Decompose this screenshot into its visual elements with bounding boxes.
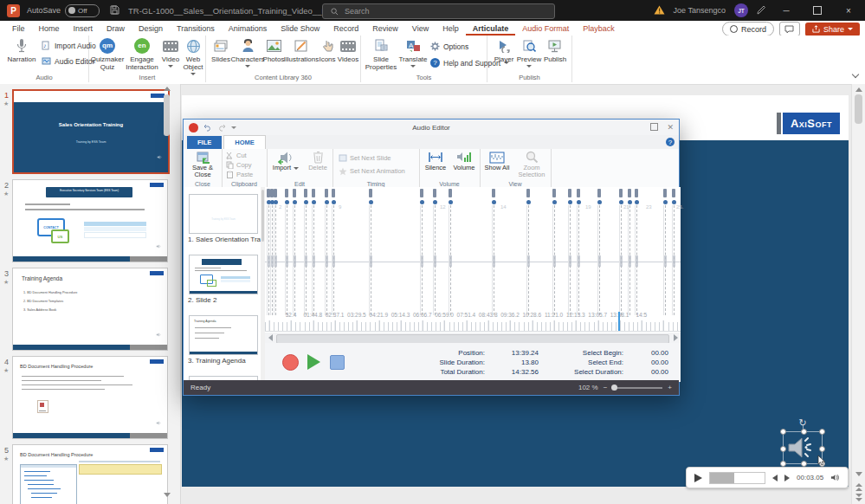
slide-marker-dot[interactable] — [492, 200, 496, 204]
slide-marker-dot[interactable] — [312, 200, 316, 204]
slide-marker[interactable] — [577, 189, 580, 197]
audio-object[interactable]: ↻ — [783, 431, 823, 464]
ribbon-tab-design[interactable]: Design — [132, 22, 170, 36]
icons-button[interactable]: Icons — [318, 37, 337, 63]
quizmaker-quiz-button[interactable]: qm Quizmaker Quiz — [92, 37, 123, 71]
ribbon-tab-home[interactable]: Home — [32, 22, 67, 36]
hscroll-left-icon[interactable] — [265, 333, 275, 343]
stop-audio-button[interactable] — [330, 355, 345, 370]
dialog-close-button[interactable]: ✕ — [667, 123, 674, 132]
slide-marker-dot[interactable] — [332, 200, 336, 204]
ribbon-tab-audio-format[interactable]: Audio Format — [515, 22, 576, 36]
slide-properties-button[interactable]: Slide Properties — [365, 37, 397, 71]
dialog-slide-caption-1[interactable]: 1. Sales Orientation Trai... — [188, 236, 266, 243]
main-scrollbar[interactable] — [851, 84, 865, 504]
thumbnail-slide-4[interactable]: 4 ★ BD Document Handling Procedure — [0, 356, 180, 441]
dialog-tab-home[interactable]: HOME — [223, 135, 266, 149]
slide-marker[interactable] — [274, 189, 277, 197]
zoom-in-icon[interactable]: + — [668, 384, 672, 391]
playback-progress[interactable] — [709, 472, 765, 484]
slide-marker-dot[interactable] — [672, 200, 676, 204]
ribbon-tab-help[interactable]: Help — [436, 22, 466, 36]
ribbon-tab-transitions[interactable]: Transitions — [170, 22, 222, 36]
thumbnail-slide-3[interactable]: 3 ★ Training Agenda 1. BD Document Handl… — [0, 268, 180, 352]
slides-button[interactable]: Slides — [210, 37, 232, 63]
dialog-slide-item-3[interactable]: Training Agenda — [189, 315, 258, 355]
insert-video-button[interactable]: Video — [160, 37, 181, 68]
ink-pen-icon[interactable] — [757, 5, 766, 16]
slide-marker-dot[interactable] — [449, 200, 453, 204]
slide-marker-dot[interactable] — [433, 200, 437, 204]
paste-button[interactable]: Paste — [222, 170, 253, 179]
volume-icon[interactable] — [830, 473, 840, 482]
search-box[interactable]: Search — [322, 3, 555, 19]
slide-marker-dot[interactable] — [285, 200, 289, 204]
collapse-ribbon-button[interactable] — [853, 65, 858, 81]
videos-button[interactable]: Videos — [337, 37, 359, 63]
slide-marker[interactable] — [635, 189, 638, 197]
user-name[interactable]: Joe Tansengco — [674, 6, 726, 15]
zoom-selection-button[interactable]: Zoom Selection — [514, 150, 549, 179]
characters-button[interactable]: Characters — [233, 37, 262, 68]
slide-marker[interactable] — [619, 189, 623, 197]
slide-marker[interactable] — [597, 189, 601, 197]
slide-marker[interactable] — [628, 189, 631, 197]
slide-marker-dot[interactable] — [635, 200, 639, 204]
slide-marker-dot[interactable] — [597, 200, 602, 204]
ribbon-tab-insert[interactable]: Insert — [67, 22, 100, 36]
slide-marker[interactable] — [663, 189, 667, 197]
slide-marker-dot[interactable] — [619, 200, 623, 204]
preview-button[interactable]: Preview — [517, 37, 541, 68]
dialog-title-bar[interactable]: Audio Editor ✕ — [184, 120, 679, 135]
translate-button[interactable]: A Translate — [399, 37, 427, 68]
warning-icon[interactable] — [654, 5, 665, 16]
ribbon-tab-articulate[interactable]: Articulate — [466, 22, 516, 36]
record-button[interactable]: Record — [722, 22, 774, 36]
resize-handle-w[interactable] — [780, 446, 786, 452]
maximize-button[interactable] — [806, 0, 829, 21]
cut-button[interactable]: Cut — [222, 151, 253, 160]
narration-button[interactable]: Narration — [5, 37, 38, 63]
slide-marker[interactable] — [433, 189, 436, 197]
web-object-button[interactable]: Web Object — [181, 37, 205, 75]
delete-button[interactable]: Delete — [305, 150, 331, 171]
resize-handle-e[interactable] — [819, 446, 825, 452]
slide-marker[interactable] — [672, 189, 675, 197]
ribbon-tab-playback[interactable]: Playback — [576, 22, 622, 36]
resize-handle-nw[interactable] — [780, 429, 786, 435]
slide-marker[interactable] — [332, 189, 335, 197]
thumbnail-slide-5[interactable]: 5 ★ BD Document Handling Procedure — [0, 444, 180, 504]
slide-marker[interactable] — [285, 189, 288, 197]
ribbon-tab-animations[interactable]: Animations — [222, 22, 274, 36]
ribbon-tab-file[interactable]: File — [5, 22, 32, 36]
share-button[interactable]: Share — [805, 23, 860, 36]
autosave-toggle[interactable]: Off — [65, 4, 100, 17]
volume-button[interactable]: Volume — [450, 150, 478, 171]
ribbon-tab-draw[interactable]: Draw — [100, 22, 132, 36]
silence-button[interactable]: Silence — [422, 150, 449, 171]
slide-marker[interactable] — [293, 189, 296, 197]
slide-marker-dot[interactable] — [663, 200, 668, 204]
slide-marker-dot[interactable] — [293, 200, 297, 204]
slide-marker[interactable] — [449, 189, 452, 197]
next-slide-button[interactable] — [852, 494, 865, 501]
slide-marker-dot[interactable] — [274, 200, 278, 204]
audio-editor-button[interactable]: Audio Editor — [42, 55, 96, 68]
import-audio-button[interactable]: ♪ Import Audio — [42, 39, 96, 52]
resize-handle-ne[interactable] — [819, 429, 825, 435]
slide-marker[interactable] — [312, 189, 315, 197]
dialog-slide-caption-3[interactable]: 3. Training Agenda — [188, 357, 246, 365]
previous-icon[interactable] — [772, 475, 778, 481]
photos-button[interactable]: Photos — [262, 37, 285, 63]
close-button[interactable]: × — [837, 0, 860, 21]
import-button[interactable]: Import — [270, 150, 301, 171]
ribbon-tab-review[interactable]: Review — [365, 22, 405, 36]
previous-slide-button[interactable] — [852, 483, 865, 491]
waveform[interactable]: 29121419212325. 52.401:44.802:37.103:29.… — [265, 187, 681, 343]
dialog-tab-file[interactable]: FILE — [187, 136, 222, 149]
slide-marker-dot[interactable] — [552, 200, 557, 204]
thumbnail-scroll-down-icon[interactable] — [162, 493, 171, 497]
engage-interaction-button[interactable]: en Engage Interaction — [125, 37, 159, 71]
ribbon-tab-view[interactable]: View — [405, 22, 436, 36]
waveform-hscrollbar[interactable] — [265, 333, 681, 343]
